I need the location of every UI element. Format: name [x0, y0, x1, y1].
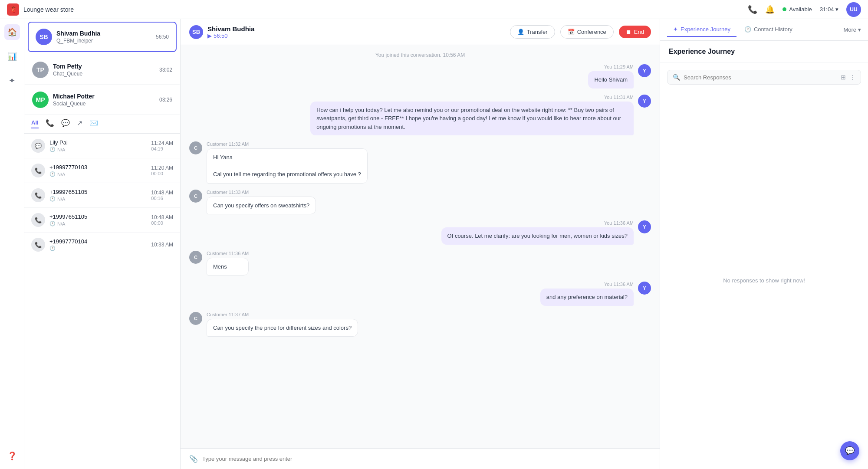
conv-info: Shivam Budhia Q_FBM_ihelper: [56, 30, 151, 44]
conversation-item[interactable]: TP Tom Petty Chat_Queue 33:02: [24, 55, 180, 85]
message-meta: You 11:31 AM: [310, 95, 634, 100]
tab-share[interactable]: ↗: [77, 119, 82, 129]
message-meta: Customer 11:32 AM: [207, 141, 368, 147]
conversation-item[interactable]: SB Shivam Budhia Q_FBM_ihelper 56:50: [28, 22, 177, 52]
queue-time: 10:48 AM: [151, 190, 173, 196]
queue-info: Lily Pai 🕐N/A: [49, 139, 147, 152]
queue-name: Lily Pai: [49, 139, 147, 146]
conv-queue: Social_Queue: [53, 101, 155, 107]
queue-avatar: 💬: [31, 139, 45, 153]
queue-time: 11:20 AM: [151, 165, 173, 171]
more-button[interactable]: More ▾: [843, 26, 861, 33]
sidebar-help[interactable]: ❓: [4, 448, 20, 464]
message-avatar: Y: [638, 95, 651, 108]
conference-icon: 📅: [568, 29, 575, 35]
message-meta: Customer 11:37 AM: [207, 312, 358, 317]
search-bar: 🔍 ⊞ ⋮: [667, 70, 861, 85]
tab-chat[interactable]: 💬: [61, 119, 70, 129]
experience-icon: ✦: [673, 26, 678, 33]
app-logo: 🧣: [7, 3, 19, 16]
conv-name: Shivam Budhia: [56, 30, 151, 37]
queue-avatar: 📞: [31, 238, 45, 252]
conference-button[interactable]: 📅 Conference: [560, 25, 614, 39]
message-input[interactable]: [202, 456, 651, 462]
queue-duration: 00:16: [151, 196, 173, 201]
chat-contact-name: Shivam Budhia: [207, 25, 254, 33]
chat-header-actions: 👤 Transfer 📅 Conference ⏹ End: [510, 25, 651, 39]
chat-header-avatar: SB: [189, 25, 203, 39]
right-panel: ✦ Experience Journey 🕐 Contact History M…: [660, 19, 868, 469]
sidebar-analytics[interactable]: 📊: [4, 49, 20, 64]
conv-queue: Q_FBM_ihelper: [56, 38, 151, 44]
queue-time-block: 10:48 AM 00:00: [151, 214, 173, 226]
message-avatar: C: [189, 190, 202, 203]
right-tabs: ✦ Experience Journey 🕐 Contact History M…: [660, 19, 868, 41]
message-content: Customer 11:37 AM Can you specify the pr…: [207, 312, 358, 337]
queue-duration: 00:00: [151, 220, 173, 226]
queue-item[interactable]: 📞 +19997770104 🕐 10:33 AM: [24, 233, 180, 257]
queue-item[interactable]: 📞 +19997651105 🕐N/A 10:48 AM 00:16: [24, 183, 180, 208]
chevron-down-icon: ▾: [858, 26, 861, 33]
queue-sub: 🕐N/A: [49, 221, 147, 226]
status-badge: Available: [783, 6, 812, 13]
queue-info: +19997651105 🕐N/A: [49, 213, 147, 226]
session-timer: 31:04 ▾: [820, 6, 838, 13]
queue-name: +19997770104: [49, 238, 147, 245]
queue-item[interactable]: 📞 +19997770103 🕐N/A 11:20 AM 00:00: [24, 158, 180, 183]
conversation-item[interactable]: MP Michael Potter Social_Queue 03:26: [24, 85, 180, 115]
search-input[interactable]: [684, 74, 837, 81]
phone-icon[interactable]: 📞: [748, 5, 757, 14]
tab-phone[interactable]: 📞: [46, 119, 54, 129]
message-avatar: Y: [638, 282, 651, 295]
conv-name: Tom Petty: [53, 63, 155, 70]
message-content: You 11:36 AM Of course. Let me clarify: …: [441, 220, 634, 245]
bell-icon[interactable]: 🔔: [765, 5, 775, 14]
queue-time: 11:24 AM: [151, 140, 173, 146]
message-avatar: C: [189, 312, 202, 325]
queue-sub: 🕐N/A: [49, 147, 147, 152]
queue-item[interactable]: 💬 Lily Pai 🕐N/A 11:24 AM 04:19: [24, 134, 180, 158]
queue-item[interactable]: 📞 +19997651105 🕐N/A 10:48 AM 00:00: [24, 208, 180, 233]
filter-icon[interactable]: ⊞: [841, 74, 846, 81]
attachment-icon[interactable]: 📎: [189, 455, 198, 463]
queue-info: +19997770104 🕐: [49, 238, 147, 251]
store-name: Lounge wear store: [23, 6, 74, 13]
conv-name: Michael Potter: [53, 93, 155, 100]
chat-widget[interactable]: 💬: [840, 441, 859, 460]
options-icon[interactable]: ⋮: [849, 74, 855, 81]
conv-info: Tom Petty Chat_Queue: [53, 63, 155, 77]
end-icon: ⏹: [626, 29, 631, 35]
message-row: Y You 11:36 AM and any preference on mat…: [189, 282, 651, 306]
message-content: You 11:36 AM and any preference on mater…: [540, 282, 634, 306]
message-content: You 11:29 AM Hello Shivam: [588, 64, 634, 89]
message-row: C Customer 11:36 AM Mens: [189, 251, 651, 276]
transfer-icon: 👤: [517, 29, 524, 35]
message-bubble: Can you specify offers on sweatshirts?: [207, 197, 316, 215]
message-bubble: How can i help you today? Let me also re…: [310, 102, 634, 136]
tab-contact-history[interactable]: 🕐 Contact History: [738, 23, 799, 37]
conversations-panel: SB Shivam Budhia Q_FBM_ihelper 56:50 TP …: [24, 19, 181, 469]
tab-mail[interactable]: ✉️: [89, 119, 98, 129]
conv-avatar: SB: [36, 29, 52, 45]
queue-time: 10:33 AM: [151, 242, 173, 248]
right-content: Experience Journey 🔍 ⊞ ⋮ No responses to…: [660, 41, 868, 469]
tab-all[interactable]: All: [31, 119, 39, 128]
search-actions: ⊞ ⋮: [841, 74, 855, 81]
sidebar-home[interactable]: 🏠: [4, 24, 20, 40]
message-bubble: Of course. Let me clarify: are you looki…: [441, 227, 634, 245]
chat-header-info: Shivam Budhia ▶ 56:50: [207, 25, 254, 39]
tab-experience-journey[interactable]: ✦ Experience Journey: [667, 23, 736, 37]
queue-duration: 04:19: [151, 146, 173, 151]
status-dot: [783, 7, 786, 11]
transfer-button[interactable]: 👤 Transfer: [510, 25, 555, 39]
message-content: Customer 11:32 AM Hi YanaCal you tell me…: [207, 141, 368, 184]
status-text: Available: [789, 6, 812, 13]
end-button[interactable]: ⏹ End: [619, 26, 651, 38]
sidebar-asterisk[interactable]: ✦: [4, 73, 20, 89]
topbar-right: 📞 🔔 Available 31:04 ▾ UU: [748, 2, 861, 17]
right-panel-title: Experience Journey: [660, 41, 868, 63]
queue-name: +19997651105: [49, 189, 147, 195]
queue-sub: 🕐N/A: [49, 171, 147, 177]
message-meta: You 11:29 AM: [588, 64, 634, 69]
user-avatar[interactable]: UU: [846, 2, 861, 17]
